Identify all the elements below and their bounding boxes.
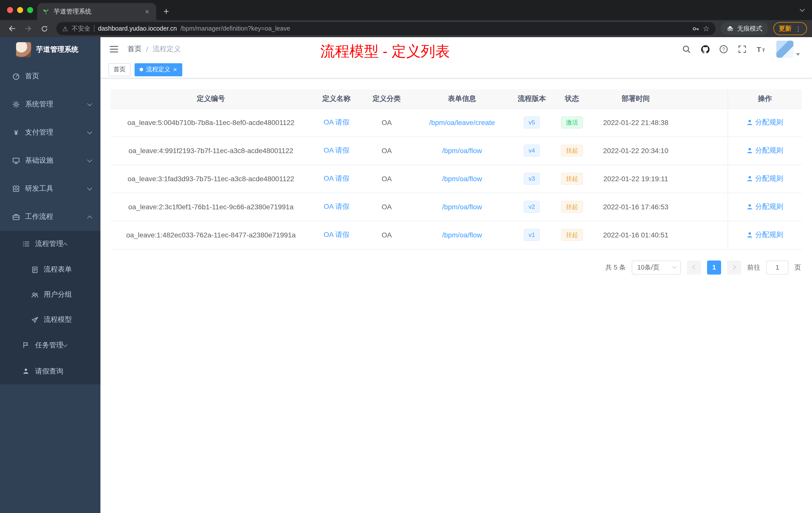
sidebar-item-payment[interactable]: ¥ 支付管理: [0, 118, 100, 147]
form-info-cell: /bpm/oa/leave/create: [412, 109, 512, 137]
github-icon[interactable]: [700, 44, 710, 54]
definition-name-link[interactable]: OA 请假: [324, 202, 349, 210]
column-header-name: 定义名称: [311, 89, 361, 109]
reload-icon[interactable]: [37, 22, 51, 36]
sidebar-item-task-management[interactable]: 任务管理: [0, 332, 100, 358]
definition-name-link[interactable]: OA 请假: [324, 174, 349, 182]
address-bar[interactable]: ⚠ 不安全 dashboard.yudao.iocoder.cn /bpm/ma…: [56, 22, 716, 35]
forward-icon[interactable]: [21, 22, 35, 36]
assign-rule-link[interactable]: 分配规则: [747, 231, 783, 239]
status-cell: 挂起: [551, 193, 592, 221]
definition-table-body: oa_leave:5:004b710b-7b8a-11ec-8ef0-acde4…: [111, 109, 802, 249]
tag-home[interactable]: 首页: [109, 63, 130, 76]
assign-rule-link[interactable]: 分配规则: [747, 146, 783, 155]
update-label: 更新: [779, 24, 791, 33]
fullscreen-icon[interactable]: [737, 44, 747, 54]
new-tab-button[interactable]: +: [159, 4, 173, 19]
chevron-up-icon: [87, 215, 92, 220]
svg-text:T: T: [762, 48, 765, 53]
chevron-down-icon: [87, 157, 92, 162]
definition-name-link[interactable]: OA 请假: [324, 118, 349, 126]
tab-search-chevron-icon[interactable]: [800, 7, 805, 12]
sidebar-item-process-management[interactable]: 流程管理: [0, 231, 100, 257]
browser-tab[interactable]: 芋道管理系统 ×: [37, 3, 156, 20]
form-info-link[interactable]: /bpm/oa/flow: [442, 175, 482, 183]
current-page-button[interactable]: 1: [707, 260, 721, 274]
definition-name-cell: OA 请假: [311, 193, 361, 221]
form-info-link[interactable]: /bpm/oa/flow: [442, 203, 482, 211]
assign-rule-link[interactable]: 分配规则: [747, 174, 783, 183]
sidebar-item-leave-query[interactable]: 请假查询: [0, 358, 100, 385]
app-logo: 芋道管理系统: [0, 37, 100, 62]
top-navbar: 首页 / 流程定义 流程模型 - 定义列表 ?: [100, 37, 812, 61]
font-size-icon[interactable]: TT: [756, 44, 766, 54]
avatar[interactable]: [776, 41, 793, 58]
column-header-id: 定义编号: [111, 89, 311, 109]
browser-update-button[interactable]: 更新 ⋮: [773, 22, 807, 35]
definition-name-link[interactable]: OA 请假: [324, 146, 349, 154]
form-info-link[interactable]: /bpm/oa/flow: [442, 147, 482, 155]
definition-name-link[interactable]: OA 请假: [324, 231, 349, 238]
minimize-window-button[interactable]: [17, 7, 23, 13]
operation-cell: 分配规则: [728, 109, 802, 137]
sidebar-item-user-group[interactable]: 用户分组: [0, 282, 100, 307]
person-icon: [747, 175, 753, 183]
filler-cell: [679, 221, 728, 249]
incognito-label: 无痕模式: [737, 24, 762, 33]
form-info-cell: /bpm/oa/flow: [412, 193, 512, 221]
prev-page-button[interactable]: [687, 260, 701, 274]
tab-title: 芋道管理系统: [54, 7, 139, 16]
definition-name-cell: OA 请假: [311, 164, 361, 193]
goto-page-input[interactable]: [766, 260, 788, 274]
password-key-icon[interactable]: [692, 25, 699, 32]
sidebar-item-home[interactable]: 首页: [0, 62, 100, 90]
caret-down-icon: [796, 53, 800, 56]
sidebar-item-label: 用户分组: [44, 290, 72, 299]
sidebar-item-process-form[interactable]: 流程表单: [0, 257, 100, 282]
assign-rule-link[interactable]: 分配规则: [747, 202, 783, 211]
sidebar-item-devtools[interactable]: 研发工具: [0, 175, 100, 203]
version-badge: v1: [523, 229, 540, 241]
deploy-time-cell: 2022-01-22 19:19:11: [592, 164, 679, 193]
user-avatar-menu[interactable]: [776, 41, 800, 58]
assign-rule-link[interactable]: 分配规则: [747, 118, 783, 127]
definition-category-cell: OA: [361, 221, 412, 249]
page-size-select[interactable]: 10条/页: [632, 260, 681, 274]
form-info-link[interactable]: /bpm/oa/leave/create: [429, 118, 495, 126]
active-dot-icon: [140, 68, 143, 71]
column-header-filler: [679, 89, 728, 109]
column-header-category: 定义分类: [361, 89, 412, 109]
help-question-icon[interactable]: ?: [719, 44, 729, 54]
column-header-form: 表单信息: [412, 89, 512, 109]
next-page-button[interactable]: [727, 260, 741, 274]
breadcrumb-home[interactable]: 首页: [127, 45, 142, 54]
tab-close-icon[interactable]: ×: [143, 7, 151, 16]
table-row: oa_leave:2:3c1f0ef1-76b1-11ec-9c66-a2380…: [111, 193, 802, 221]
definition-id-cell: oa_leave:4:991f2193-7b7f-11ec-a3c8-acde4…: [111, 137, 311, 164]
hamburger-icon[interactable]: [109, 44, 119, 55]
back-icon[interactable]: [5, 22, 19, 36]
operation-cell: 分配规则: [728, 137, 802, 164]
form-info-cell: /bpm/oa/flow: [412, 221, 512, 249]
sidebar-item-infrastructure[interactable]: 基础设施: [0, 147, 100, 175]
security-label[interactable]: 不安全: [71, 24, 90, 33]
tag-label: 首页: [114, 65, 125, 74]
search-icon[interactable]: [682, 44, 692, 54]
browser-chrome: 芋道管理系统 × + ⚠ 不安全 dashboard.yudao.iocoder…: [0, 0, 812, 37]
browser-menu-kebab-icon[interactable]: ⋮: [795, 25, 802, 32]
sidebar-item-system[interactable]: 系统管理: [0, 90, 100, 118]
tag-process-definition[interactable]: 流程定义 ×: [135, 63, 182, 76]
table-row: oa_leave:4:991f2193-7b7f-11ec-a3c8-acde4…: [111, 137, 802, 164]
sidebar-item-process-model[interactable]: 流程模型: [0, 307, 100, 332]
users-icon: [31, 291, 39, 298]
person-icon: [22, 367, 30, 375]
tag-close-icon[interactable]: ×: [173, 66, 177, 73]
version-badge: v2: [523, 201, 540, 213]
sidebar-item-workflow[interactable]: 工作流程: [0, 203, 100, 231]
bookmark-star-icon[interactable]: ☆: [703, 24, 709, 33]
status-cell: 激活: [551, 109, 592, 137]
deploy-time-cell: 2022-01-16 01:40:51: [592, 221, 679, 249]
close-window-button[interactable]: [7, 7, 13, 13]
maximize-window-button[interactable]: [27, 7, 33, 13]
form-info-link[interactable]: /bpm/oa/flow: [442, 231, 482, 239]
